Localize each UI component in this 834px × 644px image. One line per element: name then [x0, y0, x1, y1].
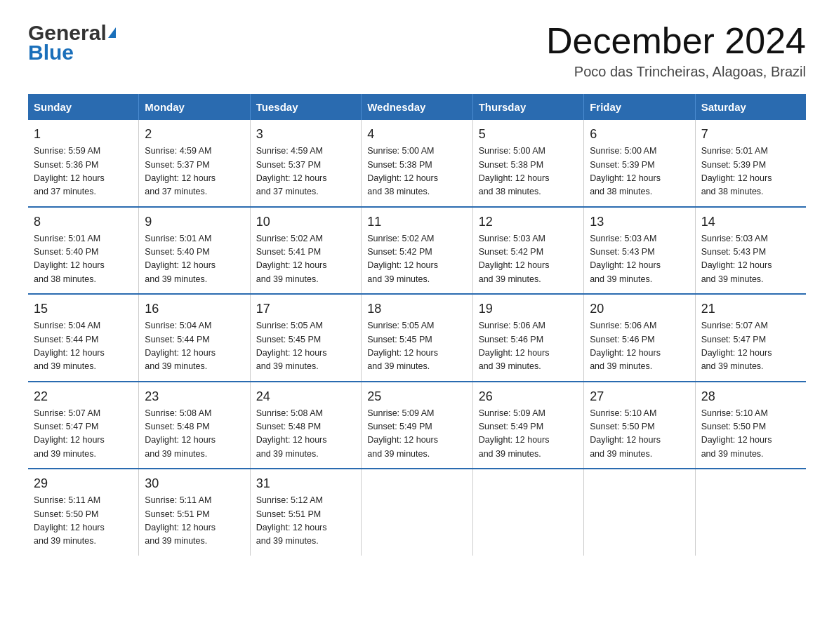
day-info: Sunrise: 5:04 AM Sunset: 5:44 PM Dayligh… — [145, 319, 244, 374]
calendar-cell: 18 Sunrise: 5:05 AM Sunset: 5:45 PM Dayl… — [362, 294, 472, 382]
day-info: Sunrise: 5:08 AM Sunset: 5:48 PM Dayligh… — [145, 407, 244, 462]
day-info: Sunrise: 5:07 AM Sunset: 5:47 PM Dayligh… — [34, 407, 133, 462]
title-block: December 2024 Poco das Trincheiras, Alag… — [546, 21, 806, 80]
logo-blue: Blue — [28, 41, 74, 65]
calendar-cell: 30 Sunrise: 5:11 AM Sunset: 5:51 PM Dayl… — [139, 469, 250, 556]
calendar-cell: 6 Sunrise: 5:00 AM Sunset: 5:39 PM Dayli… — [584, 120, 695, 207]
day-info: Sunrise: 5:05 AM Sunset: 5:45 PM Dayligh… — [367, 319, 466, 374]
day-info: Sunrise: 5:12 AM Sunset: 5:51 PM Dayligh… — [256, 494, 355, 549]
page-header: General Blue December 2024 Poco das Trin… — [28, 21, 806, 80]
calendar-cell: 17 Sunrise: 5:05 AM Sunset: 5:45 PM Dayl… — [250, 294, 361, 382]
day-number: 18 — [367, 302, 466, 316]
calendar-cell: 8 Sunrise: 5:01 AM Sunset: 5:40 PM Dayli… — [28, 207, 139, 295]
day-number: 5 — [479, 127, 578, 142]
calendar-week-row: 22 Sunrise: 5:07 AM Sunset: 5:47 PM Dayl… — [28, 382, 806, 469]
day-number: 23 — [145, 389, 244, 404]
day-number: 14 — [701, 215, 800, 229]
day-number: 20 — [590, 302, 689, 316]
day-info: Sunrise: 4:59 AM Sunset: 5:37 PM Dayligh… — [145, 145, 244, 199]
header-monday: Monday — [139, 94, 250, 120]
day-number: 22 — [34, 389, 133, 404]
day-number: 10 — [256, 215, 355, 229]
calendar-header-row: SundayMondayTuesdayWednesdayThursdayFrid… — [28, 94, 806, 120]
header-friday: Friday — [584, 94, 695, 120]
calendar-week-row: 29 Sunrise: 5:11 AM Sunset: 5:50 PM Dayl… — [28, 469, 806, 556]
day-info: Sunrise: 5:09 AM Sunset: 5:49 PM Dayligh… — [367, 407, 466, 462]
day-info: Sunrise: 5:03 AM Sunset: 5:43 PM Dayligh… — [701, 232, 800, 287]
day-info: Sunrise: 5:11 AM Sunset: 5:50 PM Dayligh… — [34, 494, 133, 549]
day-info: Sunrise: 5:03 AM Sunset: 5:42 PM Dayligh… — [479, 232, 578, 287]
day-info: Sunrise: 5:07 AM Sunset: 5:47 PM Dayligh… — [701, 319, 800, 374]
calendar-cell: 31 Sunrise: 5:12 AM Sunset: 5:51 PM Dayl… — [250, 469, 361, 556]
calendar-cell — [695, 469, 806, 556]
calendar-cell: 9 Sunrise: 5:01 AM Sunset: 5:40 PM Dayli… — [139, 207, 250, 295]
calendar-cell: 23 Sunrise: 5:08 AM Sunset: 5:48 PM Dayl… — [139, 382, 250, 469]
day-info: Sunrise: 5:01 AM Sunset: 5:40 PM Dayligh… — [34, 232, 133, 287]
calendar-cell: 13 Sunrise: 5:03 AM Sunset: 5:43 PM Dayl… — [584, 207, 695, 295]
calendar-cell: 16 Sunrise: 5:04 AM Sunset: 5:44 PM Dayl… — [139, 294, 250, 382]
day-number: 15 — [34, 302, 133, 316]
day-info: Sunrise: 5:06 AM Sunset: 5:46 PM Dayligh… — [590, 319, 689, 374]
day-number: 26 — [479, 389, 578, 404]
calendar-cell: 21 Sunrise: 5:07 AM Sunset: 5:47 PM Dayl… — [695, 294, 806, 382]
day-number: 13 — [590, 215, 689, 229]
day-number: 2 — [145, 127, 244, 142]
calendar-cell: 7 Sunrise: 5:01 AM Sunset: 5:39 PM Dayli… — [695, 120, 806, 207]
day-info: Sunrise: 5:02 AM Sunset: 5:41 PM Dayligh… — [256, 232, 355, 287]
calendar-cell: 26 Sunrise: 5:09 AM Sunset: 5:49 PM Dayl… — [472, 382, 583, 469]
day-info: Sunrise: 4:59 AM Sunset: 5:37 PM Dayligh… — [256, 145, 355, 199]
calendar-cell: 11 Sunrise: 5:02 AM Sunset: 5:42 PM Dayl… — [362, 207, 472, 295]
logo: General Blue — [28, 21, 116, 65]
day-number: 11 — [367, 215, 466, 229]
day-number: 8 — [34, 215, 133, 229]
calendar-cell: 4 Sunrise: 5:00 AM Sunset: 5:38 PM Dayli… — [362, 120, 472, 207]
calendar-week-row: 8 Sunrise: 5:01 AM Sunset: 5:40 PM Dayli… — [28, 207, 806, 295]
calendar-week-row: 1 Sunrise: 5:59 AM Sunset: 5:36 PM Dayli… — [28, 120, 806, 207]
calendar-cell: 1 Sunrise: 5:59 AM Sunset: 5:36 PM Dayli… — [28, 120, 139, 207]
calendar-cell: 24 Sunrise: 5:08 AM Sunset: 5:48 PM Dayl… — [250, 382, 361, 469]
day-number: 28 — [701, 389, 800, 404]
day-number: 4 — [367, 127, 466, 142]
day-info: Sunrise: 5:10 AM Sunset: 5:50 PM Dayligh… — [701, 407, 800, 462]
day-info: Sunrise: 5:04 AM Sunset: 5:44 PM Dayligh… — [34, 319, 133, 374]
day-number: 24 — [256, 389, 355, 404]
logo-arrow-icon — [108, 27, 116, 38]
calendar-cell: 12 Sunrise: 5:03 AM Sunset: 5:42 PM Dayl… — [472, 207, 583, 295]
day-number: 6 — [590, 127, 689, 142]
header-thursday: Thursday — [472, 94, 583, 120]
day-info: Sunrise: 5:02 AM Sunset: 5:42 PM Dayligh… — [367, 232, 466, 287]
calendar-cell: 10 Sunrise: 5:02 AM Sunset: 5:41 PM Dayl… — [250, 207, 361, 295]
calendar-cell: 28 Sunrise: 5:10 AM Sunset: 5:50 PM Dayl… — [695, 382, 806, 469]
day-number: 3 — [256, 127, 355, 142]
calendar-cell: 20 Sunrise: 5:06 AM Sunset: 5:46 PM Dayl… — [584, 294, 695, 382]
calendar-week-row: 15 Sunrise: 5:04 AM Sunset: 5:44 PM Dayl… — [28, 294, 806, 382]
calendar-cell: 25 Sunrise: 5:09 AM Sunset: 5:49 PM Dayl… — [362, 382, 472, 469]
calendar-cell: 14 Sunrise: 5:03 AM Sunset: 5:43 PM Dayl… — [695, 207, 806, 295]
day-number: 29 — [34, 476, 133, 491]
day-info: Sunrise: 5:01 AM Sunset: 5:39 PM Dayligh… — [701, 145, 800, 199]
calendar-cell: 27 Sunrise: 5:10 AM Sunset: 5:50 PM Dayl… — [584, 382, 695, 469]
calendar-cell: 2 Sunrise: 4:59 AM Sunset: 5:37 PM Dayli… — [139, 120, 250, 207]
calendar-cell: 29 Sunrise: 5:11 AM Sunset: 5:50 PM Dayl… — [28, 469, 139, 556]
day-number: 16 — [145, 302, 244, 316]
calendar-cell — [362, 469, 472, 556]
day-number: 31 — [256, 476, 355, 491]
day-info: Sunrise: 5:00 AM Sunset: 5:38 PM Dayligh… — [367, 145, 466, 199]
day-info: Sunrise: 5:05 AM Sunset: 5:45 PM Dayligh… — [256, 319, 355, 374]
header-wednesday: Wednesday — [362, 94, 472, 120]
calendar-cell: 3 Sunrise: 4:59 AM Sunset: 5:37 PM Dayli… — [250, 120, 361, 207]
calendar-table: SundayMondayTuesdayWednesdayThursdayFrid… — [28, 94, 806, 556]
day-info: Sunrise: 5:01 AM Sunset: 5:40 PM Dayligh… — [145, 232, 244, 287]
header-tuesday: Tuesday — [250, 94, 361, 120]
day-info: Sunrise: 5:59 AM Sunset: 5:36 PM Dayligh… — [34, 145, 133, 199]
day-number: 19 — [479, 302, 578, 316]
day-info: Sunrise: 5:08 AM Sunset: 5:48 PM Dayligh… — [256, 407, 355, 462]
day-number: 27 — [590, 389, 689, 404]
day-number: 21 — [701, 302, 800, 316]
header-sunday: Sunday — [28, 94, 139, 120]
day-info: Sunrise: 5:00 AM Sunset: 5:38 PM Dayligh… — [479, 145, 578, 199]
calendar-cell — [472, 469, 583, 556]
calendar-cell: 22 Sunrise: 5:07 AM Sunset: 5:47 PM Dayl… — [28, 382, 139, 469]
calendar-cell: 15 Sunrise: 5:04 AM Sunset: 5:44 PM Dayl… — [28, 294, 139, 382]
calendar-cell: 19 Sunrise: 5:06 AM Sunset: 5:46 PM Dayl… — [472, 294, 583, 382]
